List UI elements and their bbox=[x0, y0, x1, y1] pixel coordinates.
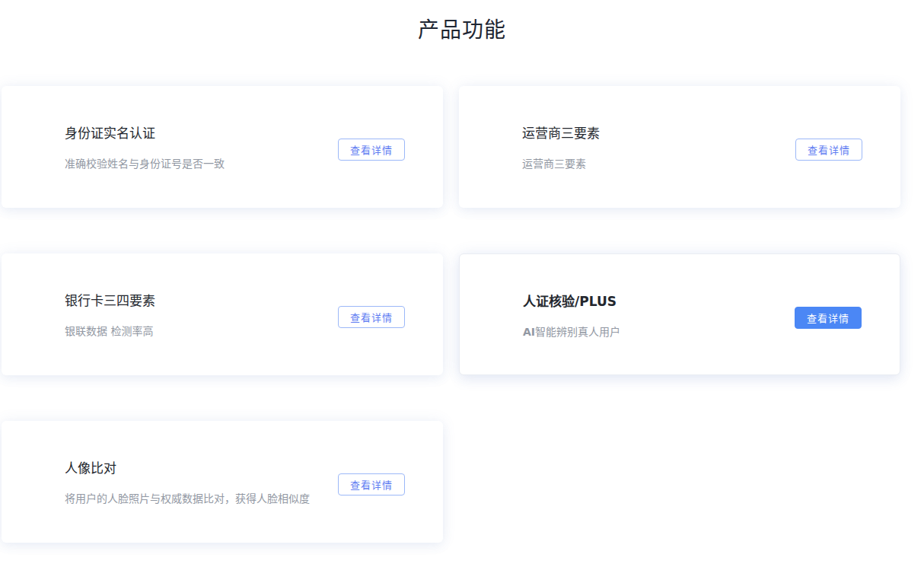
card-text-block: 身份证实名认证 准确校验姓名与身份证号是否一致 bbox=[65, 124, 327, 174]
view-details-button[interactable]: 查看详情 bbox=[338, 139, 405, 161]
card-subtitle-prefix: AI bbox=[523, 326, 535, 338]
card-title: 人像比对 bbox=[65, 459, 327, 477]
card-bank-card-elements[interactable]: 银行卡三四要素 银联数据 检测率高 查看详情 bbox=[2, 253, 443, 375]
card-face-comparison[interactable]: 人像比对 将用户的人脸照片与权威数据比对，获得人脸相似度 查看详情 bbox=[2, 421, 443, 543]
card-title: 银行卡三四要素 bbox=[65, 292, 327, 310]
card-text-block: 人证核验/PLUS AI智能辨别真人用户 bbox=[523, 292, 785, 343]
card-subtitle: 将用户的人脸照片与权威数据比对，获得人脸相似度 bbox=[65, 488, 327, 509]
card-subtitle: 准确校验姓名与身份证号是否一致 bbox=[65, 153, 327, 174]
card-id-verification[interactable]: 身份证实名认证 准确校验姓名与身份证号是否一致 查看详情 bbox=[2, 86, 443, 208]
card-text-block: 人像比对 将用户的人脸照片与权威数据比对，获得人脸相似度 bbox=[65, 459, 327, 509]
page-title: 产品功能 bbox=[0, 17, 924, 44]
card-operator-three-elements[interactable]: 运营商三要素 运营商三要素 查看详情 bbox=[459, 86, 900, 208]
view-details-button[interactable]: 查看详情 bbox=[795, 139, 862, 161]
card-subtitle: 银联数据 检测率高 bbox=[65, 320, 327, 342]
feature-cards-grid: 身份证实名认证 准确校验姓名与身份证号是否一致 查看详情 运营商三要素 运营商三… bbox=[2, 86, 900, 543]
card-text-block: 银行卡三四要素 银联数据 检测率高 bbox=[65, 292, 327, 342]
card-person-verification-plus[interactable]: 人证核验/PLUS AI智能辨别真人用户 查看详情 bbox=[459, 253, 900, 375]
card-subtitle: 运营商三要素 bbox=[522, 153, 785, 174]
card-title: 人证核验/PLUS bbox=[523, 292, 785, 311]
card-title: 身份证实名认证 bbox=[65, 124, 327, 142]
card-subtitle-rest: 智能辨别真人用户 bbox=[535, 326, 620, 338]
card-text-block: 运营商三要素 运营商三要素 bbox=[522, 124, 785, 174]
view-details-button[interactable]: 查看详情 bbox=[795, 307, 862, 329]
card-title: 运营商三要素 bbox=[522, 124, 785, 142]
card-subtitle: AI智能辨别真人用户 bbox=[523, 321, 785, 343]
view-details-button[interactable]: 查看详情 bbox=[338, 306, 405, 328]
view-details-button[interactable]: 查看详情 bbox=[338, 473, 405, 495]
